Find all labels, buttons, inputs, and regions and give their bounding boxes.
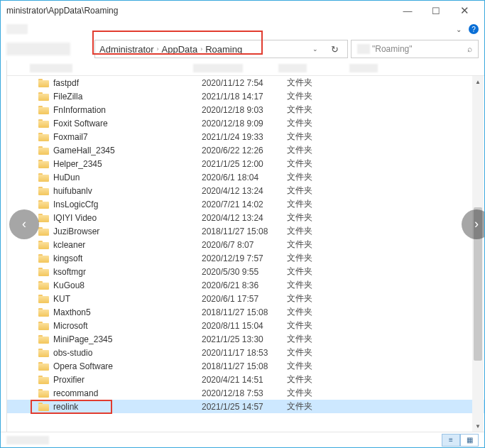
file-name: MiniPage_2345 (53, 334, 112, 344)
file-name: ksoftmgr (53, 267, 86, 277)
file-date: 2020/4/12 13:24 (202, 213, 287, 223)
file-row[interactable]: kcleaner2020/6/7 8:07文件夹 (7, 238, 484, 251)
file-type: 文件夹 (287, 171, 329, 183)
file-row[interactable]: Foxmail72021/1/24 19:33文件夹 (7, 130, 484, 143)
file-row[interactable]: FileZilla2021/1/18 14:17文件夹 (7, 89, 484, 103)
folder-icon (38, 79, 49, 87)
file-row[interactable]: obs-studio2020/11/17 18:53文件夹 (7, 346, 484, 359)
scroll-down-icon[interactable]: ▼ (472, 420, 484, 432)
file-name: HuDun (53, 173, 80, 182)
folder-icon (38, 281, 49, 290)
vertical-scrollbar[interactable]: ▲ ▼ (472, 76, 484, 432)
address-bar[interactable]: Administrator › AppData › Roaming ⌄ ↻ (94, 40, 348, 58)
file-name: Opera Software (53, 361, 113, 371)
file-type: 文件夹 (287, 104, 329, 116)
file-row[interactable]: Helper_23452021/1/25 12:00文件夹 (7, 157, 484, 170)
nav-blur (6, 43, 70, 55)
folder-icon (38, 200, 49, 209)
file-row[interactable]: Foxit Software2020/12/18 9:09文件夹 (7, 116, 484, 130)
file-type: 文件夹 (287, 77, 329, 89)
file-name: Foxmail7 (53, 132, 88, 142)
search-blur (357, 44, 370, 54)
file-type: 文件夹 (287, 387, 329, 399)
file-date: 2020/6/21 8:36 (202, 280, 287, 290)
file-date: 2020/11/12 7:54 (202, 78, 287, 88)
file-type: 文件夹 (287, 117, 329, 129)
status-blur (6, 436, 49, 444)
icons-view-button[interactable]: ▦ (460, 434, 479, 447)
details-view-button[interactable]: ≡ (442, 434, 460, 447)
file-type: 文件夹 (287, 279, 329, 291)
file-row[interactable]: JuziBrowser2018/11/27 15:08文件夹 (7, 224, 484, 238)
file-date: 2020/4/21 14:51 (202, 375, 287, 385)
file-date: 2020/6/22 12:26 (202, 146, 287, 155)
file-type: 文件夹 (287, 131, 329, 143)
file-row[interactable]: Microsoft2020/8/11 15:04文件夹 (7, 319, 484, 332)
header-blur (278, 64, 307, 72)
file-type: 文件夹 (287, 319, 329, 332)
file-row[interactable]: FnInformation2020/12/18 9:03文件夹 (7, 103, 484, 116)
search-icon: ⌕ (467, 44, 472, 54)
file-type: 文件夹 (287, 185, 329, 197)
folder-icon (38, 160, 49, 168)
file-name: InsLogicCfg (53, 200, 98, 209)
file-date: 2021/1/24 19:33 (202, 132, 287, 142)
navigation-row: Administrator › AppData › Roaming ⌄ ↻ "R… (1, 38, 484, 60)
file-row[interactable]: fastpdf2020/11/12 7:54文件夹 (7, 76, 484, 89)
minimize-button[interactable]: — (393, 2, 422, 19)
file-row[interactable]: MiniPage_23452021/1/25 13:30文件夹 (7, 332, 484, 346)
file-type: 文件夹 (287, 293, 329, 305)
file-row[interactable]: ksoftmgr2020/5/30 9:55文件夹 (7, 265, 484, 278)
file-name: IQIYI Video (53, 213, 97, 223)
left-carousel-icon[interactable]: ‹ (9, 209, 39, 239)
file-date: 2020/12/18 9:09 (202, 119, 287, 129)
file-date: 2018/11/27 15:08 (202, 226, 287, 236)
scroll-up-icon[interactable]: ▲ (472, 76, 484, 87)
file-row[interactable]: KUT2020/6/1 17:57文件夹 (7, 292, 484, 305)
file-type: 文件夹 (287, 158, 329, 170)
file-date: 2020/6/7 8:07 (202, 240, 287, 250)
file-type: 文件夹 (287, 266, 329, 278)
file-date: 2020/5/30 9:55 (202, 267, 287, 277)
folder-icon (38, 119, 49, 128)
file-row[interactable]: GameHall_23452020/6/22 12:26文件夹 (7, 143, 484, 157)
file-name: FnInformation (53, 105, 106, 115)
help-icon[interactable]: ? (469, 24, 479, 34)
address-dropdown-icon[interactable]: ⌄ (308, 44, 322, 54)
file-row[interactable]: InsLogicCfg2020/7/21 14:02文件夹 (7, 197, 484, 211)
search-input[interactable]: "Roaming" ⌕ (351, 40, 479, 58)
header-blur (349, 64, 378, 72)
file-row[interactable]: recommand2020/12/18 7:53文件夹 (7, 386, 484, 400)
folder-icon (38, 254, 49, 263)
maximize-button[interactable]: ☐ (422, 2, 450, 19)
folder-icon (38, 92, 49, 101)
file-row[interactable]: kingsoft2020/12/19 7:57文件夹 (7, 251, 484, 265)
file-row[interactable]: Maxthon52018/11/27 15:08文件夹 (7, 305, 484, 319)
file-date: 2020/11/17 18:53 (202, 348, 287, 358)
file-row[interactable]: HuDun2020/6/1 18:04文件夹 (7, 170, 484, 184)
window-title: ministrator\AppData\Roaming (6, 6, 393, 16)
file-date: 2021/1/25 12:00 (202, 159, 287, 169)
file-name: kcleaner (53, 240, 85, 250)
scroll-track[interactable] (472, 87, 484, 420)
file-row[interactable]: IQIYI Video2020/4/12 13:24文件夹 (7, 211, 484, 224)
status-bar: ≡ ▦ (1, 432, 484, 447)
file-type: 文件夹 (287, 346, 329, 359)
file-row[interactable]: Proxifier2020/4/21 14:51文件夹 (7, 373, 484, 386)
refresh-icon[interactable]: ↻ (327, 44, 343, 55)
file-type: 文件夹 (287, 373, 329, 386)
file-row[interactable]: huifubanlv2020/4/12 13:24文件夹 (7, 184, 484, 197)
file-type: 文件夹 (287, 306, 329, 318)
column-header-row (7, 60, 484, 76)
chevron-down-icon[interactable]: ⌄ (456, 26, 462, 33)
file-date: 2021/1/18 14:17 (202, 92, 287, 102)
folder-icon (38, 268, 49, 276)
file-row[interactable]: KuGou82020/6/21 8:36文件夹 (7, 278, 484, 292)
file-row[interactable]: Opera Software2018/11/27 15:08文件夹 (7, 359, 484, 373)
file-name: Microsoft (53, 321, 88, 331)
header-blur (193, 64, 243, 72)
close-button[interactable]: ✕ (450, 2, 479, 19)
folder-icon (38, 335, 49, 344)
file-date: 2020/6/1 17:57 (202, 294, 287, 304)
folder-icon (38, 241, 49, 249)
